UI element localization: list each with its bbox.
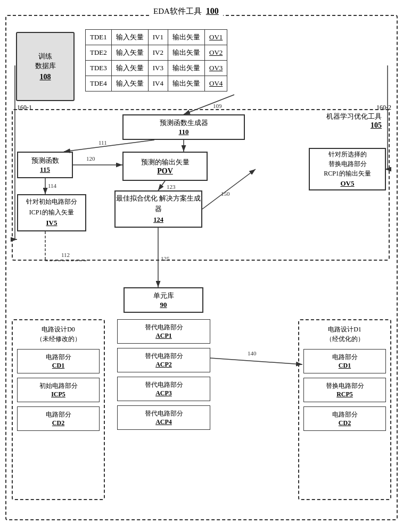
tde3-input: 输入矢量: [111, 61, 148, 76]
iv5-box: 针对初始电路部分 ICP1的输入矢量 IV5: [17, 194, 86, 231]
tde4-ov: OV4: [205, 76, 227, 92]
tde3-iv: IV3: [148, 61, 168, 76]
table-row: TDE3 输入矢量 IV3 输出矢量 OV3: [86, 61, 227, 76]
pov-box: 预测的输出矢量 POV: [122, 152, 208, 181]
pfg-label: 预测函数生成器: [160, 118, 208, 128]
tde2-iv: IV2: [148, 45, 168, 61]
diagram: EDA软件工具 100 训练数据库 108 TDE1 输入矢量 IV1 输出矢量…: [5, 5, 398, 521]
pred-func-box: 预测函数 115: [17, 152, 73, 178]
acp1-box: 替代电路部分ACP1: [117, 319, 210, 344]
tde1-output: 输出矢量: [168, 30, 205, 45]
pfg-box: 预测函数生成器 110: [122, 114, 245, 140]
ov5-box: 针对所选择的 替换电路部分 RCP1的输出矢量 OV5: [309, 148, 386, 190]
tde1-input: 输入矢量: [111, 30, 148, 45]
tde2-ov: OV2: [205, 45, 227, 61]
table-row: TDE1 输入矢量 IV1 输出矢量 OV1: [86, 30, 227, 45]
circuit-d1-box: 电路设计D1（经优化的） 电路部分CD1 替换电路部分RCP5 电路部分CD2: [298, 319, 391, 500]
tde-table: TDE1 输入矢量 IV1 输出矢量 OV1 TDE2 输入矢量 IV2 输出矢…: [85, 29, 227, 92]
circuit-d0-cd2: 电路部分CD2: [17, 406, 100, 431]
tde4-iv: IV4: [148, 76, 168, 92]
page: EDA软件工具 100 训练数据库 108 TDE1 输入矢量 IV1 输出矢量…: [0, 0, 403, 532]
table-row: TDE2 输入矢量 IV2 输出矢量 OV2: [86, 45, 227, 61]
tde1-ov: OV1: [205, 30, 227, 45]
circuit-d1-title: 电路设计D1（经优化的）: [303, 325, 386, 344]
tde1-id: TDE1: [86, 30, 112, 45]
training-db-box: 训练数据库 108: [16, 32, 75, 101]
ml-tool-label: 机器学习优化工具 105: [326, 112, 382, 130]
circuit-d1-cd2: 电路部分CD2: [303, 406, 386, 431]
tde4-input: 输入矢量: [111, 76, 148, 92]
table-row: TDE4 输入矢量 IV4 输出矢量 OV4: [86, 76, 227, 92]
tde2-input: 输入矢量: [111, 45, 148, 61]
training-db-label: 训练数据库: [35, 52, 56, 71]
tde3-ov: OV3: [205, 61, 227, 76]
circuit-d0-title: 电路设计D0（未经修改的）: [17, 325, 100, 344]
circuit-d0-icp5: 初始电路部分ICP5: [17, 378, 100, 402]
tde4-output: 输出矢量: [168, 76, 205, 92]
circuit-d0-cd1: 电路部分CD1: [17, 349, 100, 373]
circuit-d1-rcp5: 替换电路部分RCP5: [303, 378, 386, 402]
acp4-box: 替代电路部分ACP4: [117, 405, 210, 430]
cell-lib-box: 单元库 90: [124, 287, 203, 313]
eda-title: EDA软件工具 100: [149, 6, 223, 16]
tde3-id: TDE3: [86, 61, 112, 76]
tde1-iv: IV1: [148, 30, 168, 45]
cell-lib-acp-column: 替代电路部分ACP1 替代电路部分ACP2 替代电路部分ACP3 替代电路部分A…: [117, 319, 210, 430]
circuit-d0-box: 电路设计D0（未经修改的） 电路部分CD1 初始电路部分ICP5 电路部分CD2: [12, 319, 105, 500]
circuit-d1-cd1: 电路部分CD1: [303, 349, 386, 373]
best-fit-box: 最佳拟合优化 解决方案生成器 124: [114, 190, 202, 228]
acp2-box: 替代电路部分ACP2: [117, 348, 210, 372]
tde4-id: TDE4: [86, 76, 112, 92]
tde2-id: TDE2: [86, 45, 112, 61]
acp3-box: 替代电路部分ACP3: [117, 377, 210, 401]
tde3-output: 输出矢量: [168, 61, 205, 76]
tde2-output: 输出矢量: [168, 45, 205, 61]
